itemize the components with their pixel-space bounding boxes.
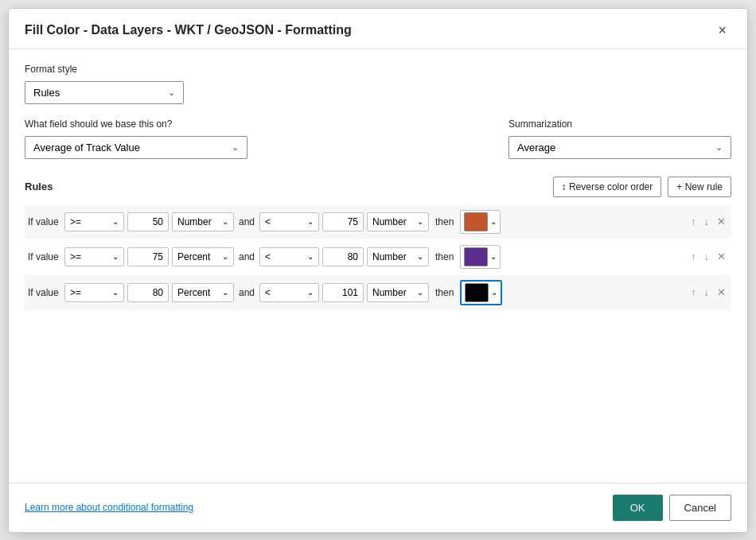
op2-dropdown-1[interactable]: < ⌄ [259,247,319,266]
rules-actions: ↕ Reverse color order + New rule [553,177,731,197]
move-up-button-0[interactable]: ↑ [688,215,699,228]
cancel-button[interactable]: Cancel [669,495,731,521]
field-label: What field should we base this on? [25,118,247,130]
type2-dropdown-2[interactable]: Number ⌄ [367,283,429,302]
op2-value-2: < [265,287,271,298]
move-down-button-0[interactable]: ↓ [702,215,712,228]
type1-value-0: Number [177,216,212,227]
op1-value-0: >= [70,216,81,227]
dialog-title: Fill Color - Data Layers - WKT / GeoJSON… [25,23,352,37]
then-label-2: then [435,287,454,298]
and-label-0: and [239,216,255,227]
ok-button[interactable]: OK [613,495,663,521]
reverse-color-order-button[interactable]: ↕ Reverse color order [553,177,662,197]
rule-row: If value >= ⌄ Percent ⌄ and < ⌄ Number ⌄… [25,240,731,274]
op2-chevron-0: ⌄ [307,217,314,226]
dialog-header: Fill Color - Data Layers - WKT / GeoJSON… [9,9,747,49]
type1-value-2: Percent [177,287,210,298]
type2-chevron-0: ⌄ [417,217,423,226]
op1-chevron-0: ⌄ [112,217,119,226]
type2-chevron-2: ⌄ [417,288,423,297]
type2-chevron-1: ⌄ [417,252,423,261]
color-dropdown-2[interactable]: ⌄ [460,280,502,305]
color-chevron-0: ⌄ [490,217,497,226]
if-value-label: If value [28,251,61,262]
summarization-value: Average [517,142,555,153]
delete-rule-button-1[interactable]: ✕ [715,250,728,263]
format-style-label: Format style [25,64,731,75]
field-chevron: ⌄ [232,142,239,153]
op1-value-1: >= [70,251,81,262]
summarization-group: Summarization Average ⌄ [509,118,731,159]
op2-dropdown-2[interactable]: < ⌄ [259,283,319,302]
op1-dropdown-0[interactable]: >= ⌄ [64,212,124,231]
move-down-button-2[interactable]: ↓ [702,286,712,299]
color-dropdown-1[interactable]: ⌄ [460,245,501,269]
and-label-2: and [239,287,255,298]
summarization-chevron: ⌄ [715,142,723,153]
color-dropdown-0[interactable]: ⌄ [460,210,501,234]
format-style-chevron: ⌄ [168,87,175,98]
format-style-value: Rules [33,87,60,99]
type1-value-1: Percent [177,251,210,262]
op2-dropdown-0[interactable]: < ⌄ [259,212,319,231]
color-chevron-1: ⌄ [490,252,497,261]
val1-input-0[interactable] [127,212,169,231]
and-label-1: and [239,251,255,262]
format-style-dropdown[interactable]: Rules ⌄ [25,81,184,104]
type1-dropdown-1[interactable]: Percent ⌄ [172,247,234,266]
val1-input-2[interactable] [127,283,169,302]
color-swatch-1 [464,247,488,266]
type2-dropdown-0[interactable]: Number ⌄ [367,212,429,231]
type2-value-2: Number [372,287,407,298]
move-up-button-2[interactable]: ↑ [688,286,699,299]
field-group: What field should we base this on? Avera… [25,118,247,159]
footer-buttons: OK Cancel [613,495,731,521]
val1-input-1[interactable] [127,247,169,266]
op2-chevron-1: ⌄ [307,252,314,261]
rules-header: Rules ↕ Reverse color order + New rule [25,177,731,197]
summarization-label: Summarization [509,118,731,130]
op2-value-1: < [265,251,271,262]
rule-rows-container: If value >= ⌄ Number ⌄ and < ⌄ Number ⌄ … [25,205,731,310]
dialog-body: Format style Rules ⌄ What field should w… [9,49,747,483]
rule-controls-1: ↑ ↓ ✕ [688,250,728,263]
val2-input-0[interactable] [322,212,364,231]
op1-value-2: >= [70,287,81,298]
field-dropdown[interactable]: Average of Track Value ⌄ [25,136,247,159]
rule-row: If value >= ⌄ Number ⌄ and < ⌄ Number ⌄ … [25,205,731,239]
delete-rule-button-2[interactable]: ✕ [715,286,728,299]
color-chevron-2: ⌄ [491,288,497,297]
close-button[interactable]: × [713,21,731,39]
learn-more-link[interactable]: Learn more about conditional formatting [25,502,193,513]
rule-row: If value >= ⌄ Percent ⌄ and < ⌄ Number ⌄… [25,275,731,310]
type1-chevron-0: ⌄ [222,217,228,226]
color-swatch-2 [465,283,489,302]
summarization-dropdown[interactable]: Average ⌄ [509,136,731,159]
move-up-button-1[interactable]: ↑ [688,250,699,263]
move-down-button-1[interactable]: ↓ [702,250,712,263]
type2-value-0: Number [372,216,407,227]
op1-dropdown-1[interactable]: >= ⌄ [64,247,124,266]
color-swatch-0 [464,212,488,231]
rules-label: Rules [25,181,53,192]
type1-dropdown-2[interactable]: Percent ⌄ [172,283,234,302]
type1-dropdown-0[interactable]: Number ⌄ [172,212,234,231]
new-rule-button[interactable]: + New rule [668,177,731,197]
field-value: Average of Track Value [33,142,140,153]
op1-dropdown-2[interactable]: >= ⌄ [64,283,124,302]
then-label-0: then [435,216,454,227]
field-summarization-row: What field should we base this on? Avera… [25,118,731,159]
then-label-1: then [435,251,454,262]
delete-rule-button-0[interactable]: ✕ [715,215,728,228]
dialog: Fill Color - Data Layers - WKT / GeoJSON… [8,8,748,533]
val2-input-1[interactable] [322,247,364,266]
val2-input-2[interactable] [322,283,364,302]
op1-chevron-1: ⌄ [112,252,119,261]
if-value-label: If value [28,287,61,298]
type2-dropdown-1[interactable]: Number ⌄ [367,247,429,266]
op2-chevron-2: ⌄ [307,288,314,297]
type1-chevron-1: ⌄ [222,252,228,261]
dialog-footer: Learn more about conditional formatting … [9,483,747,532]
if-value-label: If value [28,216,61,227]
